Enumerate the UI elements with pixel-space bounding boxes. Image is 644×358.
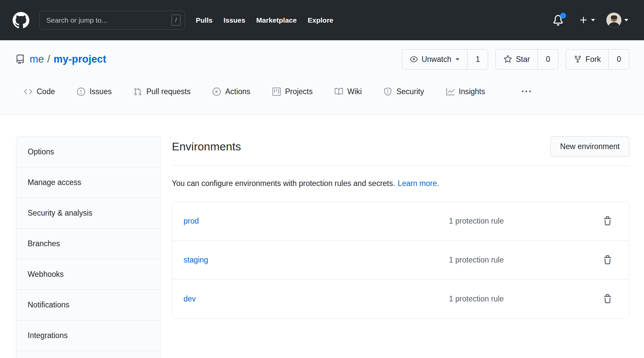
search-shortcut-key: /: [171, 15, 180, 26]
github-logo-icon[interactable]: [13, 12, 29, 29]
repo-tabs: Code Issues Pull requests Actions Projec…: [19, 87, 629, 96]
create-new-menu[interactable]: [579, 16, 595, 25]
fork-label: Fork: [585, 55, 601, 64]
environment-row: prod 1 protection rule: [172, 202, 629, 241]
breadcrumb: me / my-project: [15, 53, 106, 65]
sidebar-item-partial[interactable]: [16, 351, 161, 358]
fork-button[interactable]: Fork: [566, 50, 608, 69]
plus-icon: [579, 16, 588, 25]
settings-content: Options Manage access Security & analysi…: [0, 115, 644, 358]
sidebar-item-integrations[interactable]: Integrations: [16, 320, 161, 351]
title-row: Environments New environment: [172, 136, 629, 157]
code-icon: [24, 88, 32, 96]
unread-notification-dot: [560, 13, 566, 19]
repo-icon: [15, 55, 25, 64]
star-button-group: Star 0: [495, 49, 558, 70]
user-menu[interactable]: [606, 13, 628, 28]
watch-count[interactable]: 1: [467, 50, 488, 69]
unwatch-button[interactable]: Unwatch: [402, 50, 467, 69]
environment-link-dev[interactable]: dev: [183, 294, 449, 303]
chevron-down-icon: [456, 58, 460, 61]
delete-environment-button[interactable]: [602, 294, 612, 304]
repo-title-row: me / my-project Unwatch 1: [15, 49, 629, 69]
chevron-down-icon: [591, 19, 595, 21]
star-icon: [503, 55, 512, 64]
graph-icon: [446, 88, 455, 96]
environment-row: dev 1 protection rule: [172, 279, 629, 318]
shield-icon: [384, 88, 392, 96]
chevron-down-icon: [624, 19, 628, 21]
tab-code[interactable]: Code: [19, 87, 60, 96]
avatar: [606, 13, 621, 28]
nav-marketplace[interactable]: Marketplace: [256, 16, 297, 24]
fork-button-group: Fork 0: [566, 49, 629, 70]
unwatch-label: Unwatch: [422, 55, 451, 64]
tab-pull-requests[interactable]: Pull requests: [129, 87, 195, 96]
project-icon: [272, 88, 281, 96]
sidebar-item-manage-access[interactable]: Manage access: [16, 167, 161, 198]
tab-insights[interactable]: Insights: [442, 87, 490, 96]
delete-environment-button[interactable]: [602, 255, 612, 265]
issue-opened-icon: [77, 88, 85, 96]
breadcrumb-repo-link[interactable]: my-project: [54, 53, 106, 65]
tab-actions[interactable]: Actions: [208, 87, 255, 96]
notifications-bell-icon[interactable]: [553, 15, 563, 26]
sidebar-item-branches[interactable]: Branches: [16, 229, 161, 259]
tabs-overflow-kebab-icon[interactable]: [522, 87, 531, 96]
environments-panel: Environments New environment You can con…: [172, 136, 629, 319]
sidebar-item-webhooks[interactable]: Webhooks: [16, 259, 161, 290]
nav-issues[interactable]: Issues: [223, 16, 245, 24]
environment-row: staging 1 protection rule: [172, 241, 629, 280]
repo-actions: Unwatch 1 Star 0: [402, 49, 629, 70]
search-input[interactable]: Search or jump to... /: [39, 11, 185, 30]
title-divider: [172, 165, 629, 166]
protection-rule-count: 1 protection rule: [449, 217, 504, 226]
environment-link-staging[interactable]: staging: [183, 256, 449, 265]
protection-rule-count: 1 protection rule: [449, 256, 504, 265]
page-title: Environments: [172, 140, 241, 153]
git-pull-request-icon: [134, 88, 142, 96]
environments-description: You can configure environments with prot…: [172, 179, 629, 188]
tab-security[interactable]: Security: [379, 87, 429, 96]
environment-link-prod[interactable]: prod: [183, 217, 449, 226]
header-right-cluster: [553, 13, 628, 28]
book-icon: [335, 88, 343, 96]
play-icon: [212, 88, 221, 96]
trash-icon: [603, 216, 612, 226]
tab-issues[interactable]: Issues: [72, 87, 116, 96]
search-placeholder: Search or jump to...: [46, 16, 171, 24]
new-environment-button[interactable]: New environment: [550, 136, 629, 157]
header-nav: Pulls Issues Marketplace Explore: [196, 16, 333, 24]
fork-count[interactable]: 0: [608, 50, 629, 69]
global-header: Search or jump to... / Pulls Issues Mark…: [0, 0, 644, 40]
repo-header: me / my-project Unwatch 1: [0, 40, 644, 115]
nav-pulls[interactable]: Pulls: [196, 16, 212, 24]
watch-button-group: Unwatch 1: [402, 49, 488, 70]
tab-projects[interactable]: Projects: [268, 87, 317, 96]
star-label: Star: [516, 55, 530, 64]
eye-icon: [410, 55, 418, 63]
trash-icon: [603, 294, 612, 304]
protection-rule-count: 1 protection rule: [449, 294, 504, 303]
sidebar-item-security-analysis[interactable]: Security & analysis: [16, 198, 161, 229]
breadcrumb-separator: /: [47, 53, 50, 65]
breadcrumb-owner-link[interactable]: me: [30, 53, 44, 65]
learn-more-link[interactable]: Learn more: [398, 179, 437, 188]
environments-list: prod 1 protection rule staging 1 protect…: [172, 202, 629, 319]
sidebar-item-notifications[interactable]: Notifications: [16, 290, 161, 320]
settings-sidebar: Options Manage access Security & analysi…: [16, 136, 161, 358]
tab-wiki[interactable]: Wiki: [330, 87, 366, 96]
delete-environment-button[interactable]: [602, 216, 612, 226]
star-count[interactable]: 0: [537, 50, 558, 69]
star-button[interactable]: Star: [496, 50, 537, 69]
fork-icon: [574, 55, 582, 63]
trash-icon: [603, 255, 612, 265]
sidebar-item-options[interactable]: Options: [16, 137, 161, 167]
nav-explore[interactable]: Explore: [308, 16, 333, 24]
